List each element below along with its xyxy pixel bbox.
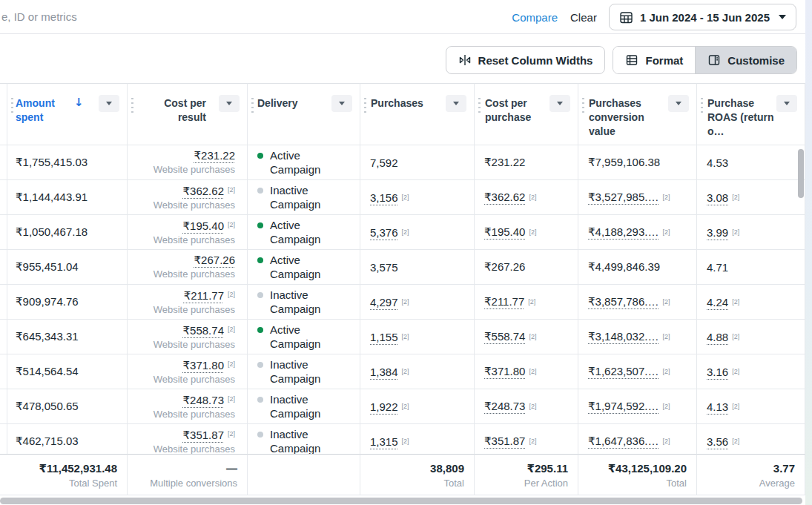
column-drag-handle[interactable]	[478, 96, 481, 113]
cost-per-purchase-value[interactable]: ₹351.87	[484, 435, 525, 448]
column-drag-handle[interactable]	[364, 96, 366, 113]
table-summary-row: ₹11,452,931.48Total Spent—Multiple conve…	[0, 454, 805, 495]
cost-per-result-value[interactable]: ₹371.80	[183, 359, 224, 372]
purchases-conversion-value[interactable]: ₹3,857,786.…	[588, 295, 658, 308]
column-header-amount[interactable]: Amount spent↓	[7, 83, 128, 145]
column-drag-handle[interactable]	[701, 96, 703, 113]
row-edge-stub	[0, 145, 7, 180]
column-drag-handle[interactable]	[11, 96, 13, 113]
chevron-down-icon	[557, 102, 563, 105]
cost-per-purchase-value[interactable]: ₹371.80	[484, 365, 525, 378]
purchase-roas-value[interactable]: 4.88	[707, 331, 728, 343]
delivery-status: Inactive	[270, 427, 320, 441]
column-header-conv[interactable]: Purchases conversion value	[578, 83, 697, 145]
column-header-purchases[interactable]: Purchases	[360, 83, 475, 145]
format-button[interactable]: Format	[613, 47, 695, 73]
cost-per-purchase-value[interactable]: ₹211.77	[484, 295, 524, 308]
delivery-level: Campaign	[270, 232, 320, 246]
cost-per-result-block: ₹195.40[2]Website purchases	[154, 218, 235, 247]
row-edge-stub	[0, 389, 7, 424]
column-header-roas[interactable]: Purchase ROAS (return o…	[697, 83, 805, 145]
cost-per-result-value[interactable]: ₹558.74	[183, 324, 224, 337]
cost-per-result-value[interactable]: ₹267.26	[194, 254, 235, 266]
reset-column-widths-button[interactable]: Reset Column Widths	[446, 46, 606, 74]
delivery-block: InactiveCampaign	[257, 357, 320, 386]
cost-per-purchase-cell: ₹267.26	[475, 250, 578, 285]
cost-per-purchase-cell: ₹351.87[2]	[475, 424, 578, 454]
cost-per-result-value[interactable]: ₹231.22	[194, 149, 235, 162]
column-menu-button[interactable]	[668, 95, 689, 112]
cost-per-result-value[interactable]: ₹248.73	[183, 394, 224, 406]
cost-per-result-value[interactable]: ₹362.62	[183, 185, 224, 197]
purchases-conversion-value[interactable]: ₹3,148,032.…	[588, 330, 658, 343]
column-drag-handle[interactable]	[131, 96, 133, 113]
cost-per-purchase-value[interactable]: ₹195.40	[484, 225, 525, 239]
purchases-value[interactable]: 5,376	[370, 226, 398, 239]
cost-per-result-value[interactable]: ₹351.87	[183, 429, 224, 441]
chevron-down-icon	[676, 102, 681, 105]
column-header-cpr[interactable]: Cost per result	[128, 83, 248, 145]
column-menu-button[interactable]	[219, 95, 240, 112]
column-header-label: Cost per purchase	[485, 96, 553, 125]
cost-per-result-block: ₹267.26Website purchases	[154, 253, 235, 281]
inactive-status-dot	[257, 362, 263, 368]
cost-per-purchase-value[interactable]: ₹362.62	[484, 191, 525, 204]
cost-per-result-cell: ₹267.26Website purchases	[128, 250, 248, 285]
amount-spent-value: ₹909,974.76	[16, 295, 79, 308]
column-drag-handle[interactable]	[582, 96, 584, 113]
footer-label: Multiple conversions	[128, 478, 237, 489]
horizontal-scrollbar[interactable]	[0, 498, 802, 504]
compare-link[interactable]: Compare	[512, 11, 558, 24]
purchases-conversion-value[interactable]: ₹3,527,985.…	[588, 191, 658, 204]
footer-value: —	[128, 461, 237, 476]
customise-label: Customise	[727, 54, 785, 67]
clear-button[interactable]: Clear	[570, 11, 597, 24]
column-menu-button[interactable]	[549, 95, 570, 112]
purchases-value[interactable]: 1,315	[370, 435, 398, 448]
cost-per-purchase-value[interactable]: ₹248.73	[484, 400, 525, 413]
date-range-button[interactable]: 1 Jun 2024 - 15 Jun 2025	[609, 4, 796, 30]
delivery-cell: ActiveCampaign	[248, 320, 360, 354]
footnote-badge: [2]	[732, 333, 739, 340]
purchases-value[interactable]: 4,297	[370, 296, 398, 308]
cost-per-purchase-value[interactable]: ₹558.74	[484, 330, 525, 343]
column-header-delivery[interactable]: Delivery	[248, 83, 360, 145]
purchase-roas-value[interactable]: 3.16	[707, 366, 728, 378]
purchases-value[interactable]: 1,155	[370, 331, 398, 343]
purchase-roas-value[interactable]: 3.56	[707, 435, 728, 448]
column-menu-button[interactable]	[446, 95, 466, 112]
column-menu-button[interactable]	[776, 95, 797, 112]
purchase-roas-value[interactable]: 4.24	[707, 296, 728, 308]
purchases-value[interactable]: 1,384	[370, 366, 398, 378]
purchases-conversion-value[interactable]: ₹4,188,293.…	[588, 225, 658, 239]
delivery-status: Inactive	[270, 357, 320, 372]
column-header-cpp[interactable]: Cost per purchase	[475, 83, 578, 145]
delivery-text: ActiveCampaign	[270, 218, 320, 246]
purchase-roas-value[interactable]: 3.08	[707, 191, 728, 204]
purchases-conversion-value[interactable]: ₹1,647,836.…	[588, 435, 658, 448]
column-menu-button[interactable]	[331, 95, 352, 112]
column-menu-button[interactable]	[99, 95, 119, 112]
purchases-value[interactable]: 3,156	[370, 191, 398, 204]
purchases-conversion-value[interactable]: ₹1,974,592.…	[588, 400, 658, 413]
cost-per-result-value[interactable]: ₹195.40	[183, 220, 224, 232]
column-drag-handle[interactable]	[251, 96, 254, 113]
purchase-roas-value[interactable]: 4.13	[707, 400, 728, 413]
purchases-conversion-value[interactable]: ₹1,623,507.…	[588, 365, 658, 378]
table-row: ₹955,451.04₹267.26Website purchasesActiv…	[0, 250, 805, 285]
vertical-scrollbar[interactable]	[798, 149, 804, 198]
customise-button[interactable]: Customise	[695, 47, 796, 73]
purchase-roas-value: 4.53	[707, 156, 728, 169]
purchases-cell: 7,592	[360, 145, 475, 180]
delivery-block: ActiveCampaign	[257, 148, 320, 176]
purchases-value[interactable]: 1,922	[370, 400, 398, 413]
cost-per-result-value-line: ₹362.62[2]	[154, 183, 235, 198]
row-edge-stub	[0, 215, 7, 250]
delivery-cell: ActiveCampaign	[248, 145, 360, 180]
search-input[interactable]: e, ID or metrics	[1, 10, 77, 23]
purchase-roas-value[interactable]: 3.99	[707, 226, 728, 239]
footnote-badge: [2]	[529, 333, 536, 340]
amount-spent-cell: ₹478,050.65	[7, 389, 128, 424]
footnote-badge: [2]	[732, 298, 739, 306]
cost-per-result-value[interactable]: ₹211.77	[184, 289, 224, 302]
